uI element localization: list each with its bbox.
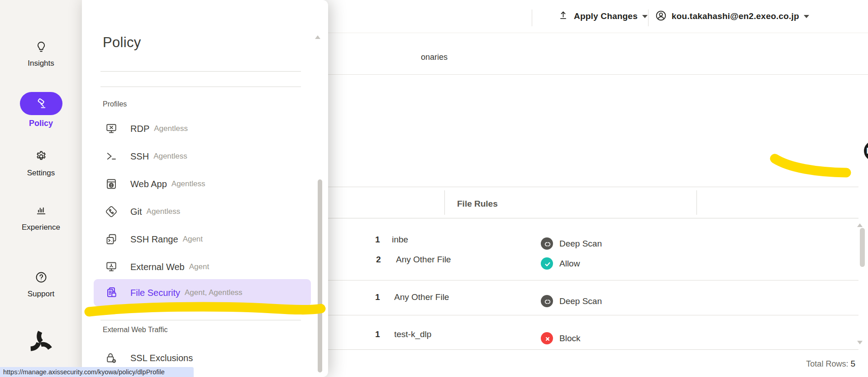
terminal-icon [105, 150, 118, 163]
lightbulb-icon [34, 40, 48, 53]
rule-index: 1 [375, 292, 380, 302]
flyout-item-file-security[interactable]: File Security Agent, Agentless [94, 279, 311, 306]
column-separator [696, 190, 697, 215]
rule-index: 1 [375, 235, 380, 245]
upload-icon [557, 10, 569, 24]
rule-name: test-k_dlp [394, 329, 431, 339]
sidebar-item-label: Insights [0, 59, 82, 68]
section-profiles: Profiles [103, 100, 127, 108]
rule-action: Block [541, 332, 580, 344]
sidebar-item-insights[interactable]: Insights [0, 40, 82, 68]
monitor-share-icon [105, 260, 118, 274]
sidebar-item-policy[interactable]: Policy [0, 92, 82, 128]
row-group-border [328, 280, 858, 280]
flyout-item-git[interactable]: Git Agentless [94, 198, 311, 225]
chevron-down-icon [804, 15, 809, 21]
total-rows-value: 5 [850, 359, 855, 368]
browser-globe-icon [105, 177, 118, 191]
rule-name: Any Other File [394, 292, 449, 302]
app-window: Apply Changes kou.takahashi@en2.exeo.co.… [0, 0, 868, 377]
flyout-title: Policy [103, 34, 141, 51]
divider [100, 87, 301, 87]
action-label: Deep Scan [559, 296, 602, 306]
column-separator [444, 190, 445, 215]
sidebar-item-label: Support [0, 290, 82, 299]
deep-scan-icon [541, 295, 553, 307]
chevron-down-icon [642, 15, 648, 21]
monitor-x-icon [105, 122, 118, 135]
flyout-scrollbar[interactable] [318, 179, 322, 372]
sidebar-item-settings[interactable]: Settings [0, 150, 82, 178]
bar-chart-icon [34, 204, 48, 218]
rule-name: Any Other File [396, 255, 451, 265]
table-header-border [328, 218, 858, 218]
sidebar-item-experience[interactable]: Experience [0, 204, 82, 232]
gear-icon [34, 150, 48, 163]
file-lock-icon [105, 286, 118, 300]
rule-name: inbe [392, 235, 408, 245]
account-menu[interactable]: kou.takahashi@en2.exeo.co.jp [655, 0, 809, 33]
scroll-down-arrow[interactable] [857, 341, 863, 347]
allow-icon [541, 257, 553, 270]
total-rows: Total Rows: 5 [806, 359, 855, 369]
scroll-up-arrow[interactable] [857, 221, 863, 227]
column-header-file-rules: File Rules [457, 199, 498, 209]
git-branch-icon [105, 205, 118, 218]
policy-flyout: Policy Profiles RDP Agentless SSH Agentl… [82, 0, 328, 377]
action-label: Deep Scan [559, 239, 602, 249]
scroll-up-arrow[interactable] [315, 33, 320, 39]
rule-index: 2 [376, 255, 381, 265]
header-separator [648, 10, 649, 26]
rule-action: Deep Scan [541, 295, 602, 307]
sidebar-item-support[interactable]: Support [0, 271, 82, 299]
policy-active-pill [20, 92, 62, 115]
flyout-item-external-web[interactable]: External Web Agent [94, 253, 311, 280]
flyout-item-ssh-range[interactable]: SSH Range Agent [94, 226, 311, 253]
status-bar-tooltip: https://manage.axissecurity.com/kyowa/po… [0, 367, 194, 377]
divider [100, 71, 301, 72]
section-external-web-traffic: External Web Traffic [103, 326, 167, 334]
header-separator [532, 10, 532, 26]
axis-logo [23, 325, 58, 361]
rule-index: 1 [375, 329, 380, 339]
rule-action: Deep Scan [541, 237, 602, 250]
status-url: https://manage.axissecurity.com/kyowa/po… [3, 368, 165, 376]
new-profile-button[interactable]: New Profile [864, 141, 868, 161]
lock-gear-icon [105, 351, 118, 365]
apply-changes-label: Apply Changes [574, 11, 638, 21]
deep-scan-icon [541, 237, 553, 250]
sidebar-item-label: Settings [0, 169, 82, 178]
action-label: Block [559, 334, 580, 343]
flyout-item-rdp[interactable]: RDP Agentless [94, 115, 311, 142]
sidebar-item-label: Experience [0, 223, 82, 232]
sidebar-item-label: Policy [0, 119, 82, 128]
avatar-icon [655, 10, 667, 24]
rule-action: Allow [541, 257, 580, 270]
sidebar: Insights Policy Settings Experience [0, 0, 82, 377]
action-label: Allow [559, 259, 580, 269]
row-group-border [328, 349, 858, 350]
gavel-icon [34, 97, 48, 111]
flyout-item-ssh[interactable]: SSH Agentless [94, 143, 311, 170]
terminal-windows-icon [105, 232, 118, 246]
table-top-border [328, 187, 858, 187]
block-icon [541, 332, 553, 344]
row-group-border [328, 315, 858, 315]
apply-changes-button[interactable]: Apply Changes [557, 0, 648, 33]
divider [100, 320, 301, 320]
vertical-scrollbar[interactable] [860, 228, 865, 267]
account-email: kou.takahashi@en2.exeo.co.jp [672, 11, 799, 21]
flyout-item-web-app[interactable]: Web App Agentless [94, 170, 311, 198]
tab-dictionaries-partial[interactable]: onaries [421, 53, 448, 62]
question-icon [34, 271, 48, 284]
